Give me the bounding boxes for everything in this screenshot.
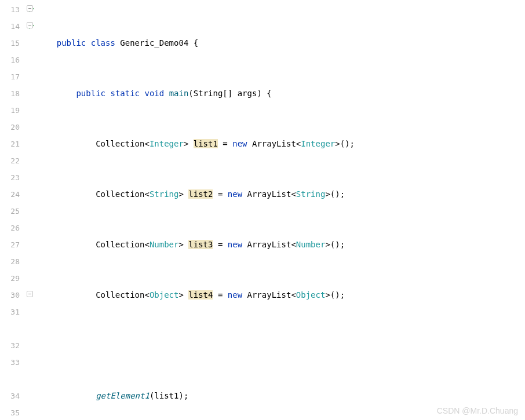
variable-list1: list1 <box>194 139 218 148</box>
class-name: Generic_Demo04 <box>120 38 188 48</box>
gutter-line[interactable]: 33 <box>0 354 24 371</box>
gutter-line[interactable]: 15 <box>0 35 24 52</box>
variable-list4: list4 <box>188 290 213 300</box>
gutter-line[interactable]: 20 <box>0 119 24 136</box>
gutter-line[interactable]: 30 <box>0 287 24 304</box>
gutter-line[interactable] <box>0 320 24 337</box>
watermark: CSDN @Mr.D.Chuang <box>437 406 518 415</box>
gutter-line[interactable]: 27 <box>0 236 24 253</box>
fold-toggle-icon[interactable] <box>27 5 33 12</box>
gutter-line[interactable]: 13 <box>0 1 24 18</box>
keyword-class: class <box>91 38 115 48</box>
gutter-line[interactable]: 24 <box>0 186 24 203</box>
gutter-line[interactable]: 17 <box>0 68 24 85</box>
variable-list2: list2 <box>188 189 213 199</box>
gutter-line[interactable]: 14 <box>0 18 24 35</box>
method-main: main <box>169 89 189 98</box>
gutter-line[interactable]: 32 <box>0 337 24 354</box>
code-line[interactable]: Collection<Number> list3 = new ArrayList… <box>37 236 525 253</box>
code-area[interactable]: public class Generic_Demo04 { public sta… <box>37 0 525 420</box>
gutter-line[interactable]: 31 <box>0 304 24 320</box>
code-line[interactable]: Collection<Integer> list1 = new ArrayLis… <box>37 136 525 152</box>
line-gutter[interactable]: 13 14 15 16 17 18 19 20 21 22 23 24 25 2… <box>0 0 24 420</box>
gutter-line[interactable] <box>0 371 24 388</box>
gutter-line[interactable]: 28 <box>0 253 24 270</box>
gutter-line[interactable]: 35 <box>0 404 24 420</box>
code-line[interactable]: public static void main(String[] args) { <box>37 85 525 102</box>
code-line[interactable] <box>37 337 525 354</box>
fold-toggle-icon[interactable] <box>27 291 33 297</box>
gutter-line[interactable]: 19 <box>0 102 24 119</box>
code-line[interactable]: Collection<Object> list4 = new ArrayList… <box>37 287 525 304</box>
gutter-line[interactable]: 29 <box>0 270 24 287</box>
fold-toggle-icon[interactable] <box>27 22 33 28</box>
fold-column[interactable] <box>24 0 37 420</box>
variable-list3: list3 <box>188 240 213 249</box>
gutter-line[interactable]: 23 <box>0 169 24 186</box>
keyword-public: public <box>57 38 86 48</box>
gutter-line[interactable]: 16 <box>0 52 24 68</box>
gutter-line[interactable]: 34 <box>0 388 24 404</box>
gutter-line[interactable]: 21 <box>0 136 24 152</box>
code-line[interactable]: public class Generic_Demo04 { <box>37 35 525 52</box>
gutter-line[interactable]: 25 <box>0 203 24 220</box>
code-line[interactable]: Collection<String> list2 = new ArrayList… <box>37 186 525 203</box>
gutter-line[interactable]: 18 <box>0 85 24 102</box>
code-line[interactable]: getElement1(list1); <box>37 388 525 404</box>
code-editor[interactable]: 13 14 15 16 17 18 19 20 21 22 23 24 25 2… <box>0 0 525 420</box>
gutter-line[interactable]: 22 <box>0 152 24 169</box>
gutter-line[interactable]: 26 <box>0 220 24 236</box>
